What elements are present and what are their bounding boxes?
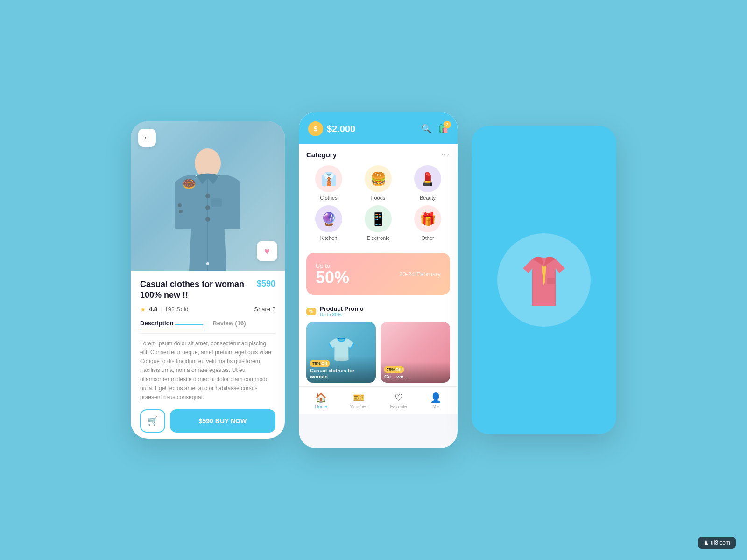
voucher-nav-icon: 🎫: [353, 392, 365, 403]
kitchen-icon-wrap: 🔮: [315, 205, 342, 232]
promo-date: 20-24 February: [399, 271, 441, 278]
card2-discount: 75% Off: [384, 364, 446, 374]
product-cards-row: 75% Off Casual clothes for woman: [306, 322, 450, 383]
product-card-2[interactable]: 75% Off Ca... wo...: [381, 322, 450, 383]
share-button[interactable]: Share ⤴: [254, 306, 275, 313]
svg-rect-10: [547, 278, 555, 284]
shirt-svg: [518, 252, 570, 308]
svg-point-4: [205, 217, 210, 222]
nav-voucher[interactable]: 🎫 Voucher: [350, 392, 367, 409]
card2-discount-badge: 75% Off: [384, 366, 404, 373]
dollar-coin-icon: $: [308, 121, 323, 136]
home-header: $ $2.000 🔍 🛍️ 2: [299, 112, 458, 144]
card1-title: Casual clothes for woman: [310, 368, 372, 380]
favorite-nav-icon: ♡: [395, 392, 403, 403]
title-price-row: Casual clothes for woman 100% new !! $59…: [140, 279, 275, 301]
electronic-icon: 📱: [370, 211, 387, 227]
home-content: Category ··· 👔 Clothes 🍔: [299, 144, 458, 386]
clothes-circle: [497, 233, 591, 327]
jacket-illustration: [161, 135, 254, 271]
percent-badge: %: [306, 308, 316, 315]
svg-rect-5: [211, 198, 222, 207]
promo-title: Product Promo: [320, 305, 364, 312]
svg-point-7: [179, 210, 183, 213]
rating-number: 4.8: [149, 306, 157, 313]
header-icons: 🔍 🛍️ 2: [421, 124, 448, 134]
promo-title-area: Product Promo Up to 80%: [320, 305, 364, 317]
off-text-1: Off: [321, 361, 327, 366]
card1-discount-badge: 75% Off: [310, 360, 330, 367]
clothes-label: Clothes: [320, 195, 337, 201]
nav-home[interactable]: 🏠 Home: [315, 392, 327, 409]
tab-description[interactable]: Description: [140, 320, 203, 329]
clothes-icon-wrap: 👔: [315, 165, 342, 192]
kitchen-label: Kitchen: [320, 235, 338, 241]
svg-point-6: [178, 203, 182, 207]
watermark-logo: ♟: [704, 539, 709, 546]
product-info-section: Casual clothes for woman 100% new !! $59…: [131, 271, 285, 439]
rating-row: ★ 4.8 | 192 Sold Share ⤴: [140, 306, 275, 313]
product-card-1[interactable]: 75% Off Casual clothes for woman: [306, 322, 376, 383]
divider: |: [160, 306, 162, 313]
more-options-button[interactable]: ···: [441, 150, 450, 159]
category-item-other[interactable]: 🎁 Other: [405, 205, 450, 241]
favorite-nav-label: Favorite: [390, 404, 407, 409]
buy-now-button[interactable]: $590 BUY NOW: [170, 409, 275, 433]
electronic-icon-wrap: 📱: [365, 205, 392, 232]
favorite-button[interactable]: ♥: [257, 241, 277, 261]
category-item-kitchen[interactable]: 🔮 Kitchen: [306, 205, 351, 241]
image-indicator-dot: [206, 262, 209, 265]
detail-tabs: Description Review (16): [140, 320, 275, 334]
card2-title: Ca... wo...: [384, 374, 446, 380]
splash-screen: [472, 126, 616, 434]
product-detail-screen: 🍩 ← ♥ Casual clothes for woman 100% new …: [131, 121, 285, 439]
rating-left: ★ 4.8 | 192 Sold: [140, 306, 189, 313]
product-title: Casual clothes for woman 100% new !!: [140, 279, 252, 301]
other-label: Other: [421, 235, 434, 241]
promo-header: % Product Promo Up to 80%: [306, 305, 450, 317]
category-grid: 👔 Clothes 🍔 Foods 💄: [306, 165, 450, 241]
svg-point-3: [205, 205, 210, 210]
card1-discount: 75% Off: [310, 358, 372, 368]
share-label: Share: [254, 306, 270, 313]
back-button[interactable]: ←: [138, 129, 156, 147]
promo-banner[interactable]: Up to 50% 20-24 February: [306, 253, 450, 295]
voucher-nav-label: Voucher: [350, 404, 367, 409]
dollar-sign: $: [314, 125, 317, 133]
bottom-navbar: 🏠 Home 🎫 Voucher ♡ Favorite 👤 Me: [299, 386, 458, 414]
category-item-foods[interactable]: 🍔 Foods: [356, 165, 401, 201]
action-buttons: 🛒 $590 BUY NOW: [140, 409, 275, 434]
home-screen: $ $2.000 🔍 🛍️ 2 Category ···: [299, 112, 458, 448]
nav-favorite[interactable]: ♡ Favorite: [390, 392, 407, 409]
tab-underline: [175, 324, 203, 325]
balance-area: $ $2.000: [308, 121, 355, 136]
cart-badge: 2: [444, 121, 451, 128]
cart-button[interactable]: 🛍️ 2: [438, 124, 448, 134]
product-price: $590: [257, 279, 275, 289]
off-text-2: Off: [395, 367, 402, 372]
heart-icon: ♥: [264, 246, 270, 257]
other-icon: 🎁: [420, 211, 436, 227]
tab-review[interactable]: Review (16): [212, 320, 246, 329]
category-section: Category ··· 👔 Clothes 🍔: [299, 144, 458, 247]
category-header: Category ···: [306, 150, 450, 159]
product-promo-section: % Product Promo Up to 80% 75%: [299, 301, 458, 386]
nav-profile[interactable]: 👤 Me: [430, 392, 442, 409]
buy-label: $590 BUY NOW: [199, 417, 247, 425]
donut-decoration: 🍩: [182, 177, 196, 190]
category-item-electronic[interactable]: 📱 Electronic: [356, 205, 401, 241]
back-arrow-icon: ←: [143, 133, 151, 142]
add-to-cart-button[interactable]: 🛒: [140, 409, 165, 433]
profile-nav-label: Me: [432, 404, 439, 409]
other-icon-wrap: 🎁: [414, 205, 441, 232]
home-nav-icon: 🏠: [315, 392, 327, 403]
electronic-label: Electronic: [367, 235, 389, 241]
category-item-beauty[interactable]: 💄 Beauty: [405, 165, 450, 201]
category-item-clothes[interactable]: 👔 Clothes: [306, 165, 351, 201]
sold-count: 192 Sold: [164, 306, 188, 313]
promo-subtitle: Up to 80%: [320, 312, 364, 317]
foods-icon-wrap: 🍔: [365, 165, 392, 192]
foods-label: Foods: [371, 195, 386, 201]
search-button[interactable]: 🔍: [421, 124, 431, 134]
balance-amount: $2.000: [327, 124, 355, 134]
